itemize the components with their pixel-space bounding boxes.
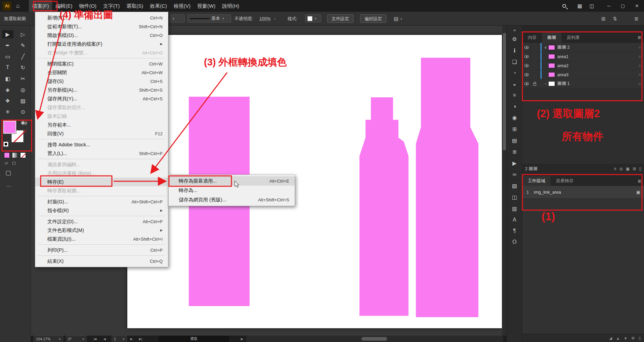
none-button[interactable] (20, 152, 26, 158)
horizontal-scrollbar[interactable] (246, 336, 503, 342)
layer-name[interactable]: 圖層 2 (557, 44, 635, 50)
transform-panel-icon[interactable]: ❏ (510, 59, 520, 65)
layer-row-area1[interactable]: area1 ○ (522, 52, 644, 61)
menu-item-export-as[interactable]: 轉存為... (169, 186, 295, 195)
menu-item-revert[interactable]: 回復(V)F12 (35, 129, 168, 138)
draw-mode-button[interactable]: ▢ (5, 169, 11, 177)
gradient-panel-icon[interactable]: ◒ (510, 81, 520, 87)
expand-panels-icon[interactable]: « (513, 28, 516, 33)
screen-mode-icon[interactable]: ◻ (12, 160, 16, 165)
rectangle-tool[interactable]: ▭ (2, 52, 13, 60)
opacity-chevron-icon[interactable]: › (274, 12, 275, 26)
move-down-icon[interactable]: ▼ (624, 336, 628, 340)
first-artboard-icon[interactable]: |◀ (93, 336, 96, 342)
edit-toolbar-button[interactable]: … (6, 182, 12, 188)
align-panel-icon[interactable]: ≣ (510, 149, 520, 155)
lock-toggle[interactable] (531, 61, 539, 70)
line-tool[interactable]: ╱ (17, 52, 29, 60)
tab-layers[interactable]: 圖層 (542, 32, 561, 43)
menu-item-save-for-web[interactable]: 儲存為網頁用 (舊版)...Alt+Shift+Ctrl+S (169, 195, 295, 204)
menu-view[interactable]: 檢視(V) (170, 0, 194, 12)
workspace-switcher-icon[interactable]: ▦ (577, 3, 582, 9)
shape-mode-icon[interactable]: ▱ (5, 160, 8, 165)
scissors-tool[interactable]: ✂ (17, 75, 29, 83)
last-artboard-icon[interactable]: ▶| (139, 336, 142, 342)
swatches-panel-icon[interactable]: ▥ (510, 205, 520, 212)
preferences-button[interactable]: 偏好設定 (360, 14, 386, 23)
selection-tool[interactable]: ▶ (2, 30, 13, 38)
image-trace-panel-icon[interactable]: ▧ (510, 183, 520, 189)
menu-item-new[interactable]: 新增(N)...Ctrl+N (35, 13, 168, 22)
menu-item-print[interactable]: 列印(P)...Ctrl+P (35, 246, 168, 254)
vertical-scrollbar-thumb[interactable] (503, 33, 506, 150)
color-button[interactable] (4, 152, 10, 158)
actions-panel-icon[interactable]: ▶ (510, 160, 520, 166)
artboard-name[interactable]: img_link_area (534, 190, 633, 195)
opacity-label[interactable]: 不透明度: (234, 12, 253, 26)
layer-name[interactable]: area2 (557, 63, 635, 68)
make-mask-icon[interactable]: ▣ (626, 166, 630, 171)
panel-menu-icon[interactable]: ≣ (638, 32, 641, 43)
new-layer-icon[interactable]: ⊞ (633, 166, 636, 171)
menu-item-document-color-mode[interactable]: 文件色彩模式(M)▶ (35, 226, 168, 235)
menu-window[interactable]: 視窗(W) (194, 0, 219, 12)
menu-edit[interactable]: 編輯(E) (52, 0, 76, 12)
info-panel-icon[interactable]: ℹ (510, 47, 520, 54)
menu-object[interactable]: 物件(O) (76, 0, 100, 12)
layer-thumbnail[interactable] (548, 72, 555, 77)
layer-row-area3[interactable]: area3 ○ (522, 70, 644, 79)
lock-toggle[interactable] (531, 43, 539, 52)
layer-name[interactable]: area3 (557, 72, 635, 77)
menu-type[interactable]: 文字(T) (100, 0, 123, 12)
style-dropdown[interactable]: ∨ (305, 14, 321, 22)
artboard-number-dropdown[interactable]: 1 ∨ (112, 336, 127, 342)
character-panel-icon[interactable]: A (510, 217, 520, 223)
menu-item-export-for-screens[interactable]: 轉存為螢幕適用...Alt+Ctrl+E (169, 176, 295, 186)
shape-builder-tool[interactable]: ◈ (2, 86, 13, 94)
menu-item-save[interactable]: 儲存(S)Ctrl+S (35, 77, 168, 86)
menu-select[interactable]: 選取(S) (123, 0, 146, 12)
layer-name[interactable]: area1 (557, 54, 635, 59)
layer-thumbnail[interactable] (548, 81, 555, 86)
opentype-panel-icon[interactable]: O (510, 239, 520, 245)
menu-item-export[interactable]: 轉存(E)▶ (35, 178, 168, 186)
target-circle-icon[interactable]: ○ (635, 45, 644, 49)
eraser-tool[interactable]: ◧ (2, 75, 13, 83)
minimize-button[interactable]: ─ (602, 0, 616, 12)
target-circle-icon[interactable]: ○ (635, 82, 644, 86)
tab-artboards[interactable]: 工作區域 (522, 176, 551, 186)
links-panel-icon[interactable]: ∞ (510, 172, 520, 178)
collect-layers-icon[interactable]: ≡ (614, 166, 616, 171)
direct-selection-tool[interactable]: ▷ (17, 30, 29, 38)
menu-item-place[interactable]: 置入(L)...Shift+Ctrl+P (35, 149, 168, 158)
vertical-scrollbar[interactable] (502, 26, 507, 336)
next-artboard-icon[interactable]: ▶ (130, 336, 133, 342)
menu-item-scripts[interactable]: 指令檔(R)▶ (35, 206, 168, 215)
layer-thumbnail[interactable] (548, 63, 555, 68)
brush-definition-dropdown[interactable]: 基本 ∨ (187, 14, 231, 22)
chevron-down-icon[interactable]: ∨ (543, 45, 548, 50)
visibility-eye-icon[interactable] (522, 52, 531, 61)
menu-item-document-setup[interactable]: 文件設定(D)...Alt+Ctrl+P (35, 217, 168, 226)
paragraph-panel-icon[interactable]: ¶ (510, 228, 520, 234)
artwork-bottle-large[interactable] (416, 58, 478, 317)
close-button[interactable]: ✕ (630, 0, 644, 12)
document-setup-button[interactable]: 文件設定 (327, 14, 353, 23)
menu-item-search-adobe-stock[interactable]: 搜尋 Adobe Stock... (35, 140, 168, 149)
touch-workspace-icon[interactable]: ⊞ (601, 12, 606, 26)
delete-layer-icon[interactable]: ▯ (639, 166, 641, 171)
tab-libraries[interactable]: 資料庫 (561, 32, 585, 43)
artboard-row[interactable]: 1 img_link_area ▣ (522, 186, 644, 199)
artboards-panel-icon[interactable]: ▤ (510, 137, 520, 144)
horizontal-scrollbar-thumb[interactable] (361, 337, 387, 341)
menu-item-file-info[interactable]: 檔案資訊(I)...Alt+Shift+Ctrl+I (35, 235, 168, 243)
menu-item-close-all[interactable]: 全部關閉Alt+Ctrl+W (35, 68, 168, 77)
visibility-eye-icon[interactable] (522, 79, 531, 88)
blend-tool[interactable]: ❖ (2, 97, 13, 105)
appearance-panel-icon[interactable]: ◉ (510, 114, 520, 121)
lock-icon[interactable] (531, 79, 539, 88)
resize-grip-icon[interactable]: ◢ (609, 336, 612, 340)
menu-item-package[interactable]: 封裝(G)...Alt+Shift+Ctrl+P (35, 197, 168, 206)
chevron-right-icon[interactable]: › (543, 82, 548, 86)
target-circle-icon[interactable]: ○ (635, 63, 644, 67)
